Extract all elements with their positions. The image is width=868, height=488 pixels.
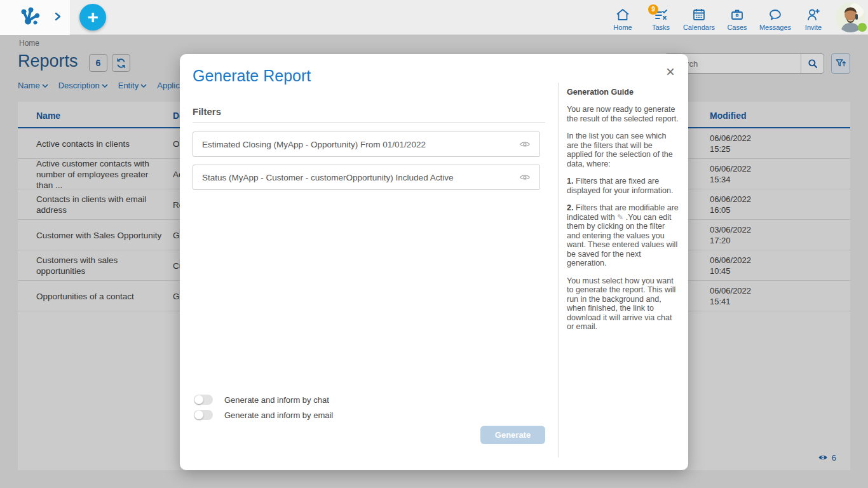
nav-invite[interactable]: Invite	[794, 0, 832, 35]
eye-icon	[519, 139, 531, 150]
app-logo-box	[0, 0, 70, 35]
nav-invite-label: Invite	[805, 24, 822, 31]
guide-paragraph: 1. Filters that are fixed are displayed …	[567, 177, 679, 195]
guide-title: Generation Guide	[567, 88, 679, 97]
guide-paragraph: In the list you can see which are the fi…	[567, 132, 679, 168]
filters-divider	[193, 122, 545, 123]
generate-button[interactable]: Generate	[480, 426, 545, 444]
nav-messages[interactable]: Messages	[756, 0, 794, 35]
email-toggle-label: Generate and inform by email	[224, 410, 333, 420]
eye-icon	[519, 172, 531, 183]
nav-calendars-label: Calendars	[683, 24, 715, 31]
frog-logo-icon[interactable]	[19, 5, 43, 30]
briefcase-icon	[729, 6, 745, 23]
nav-home-label: Home	[613, 24, 632, 31]
filters-heading: Filters	[193, 106, 221, 117]
chat-toggle[interactable]	[194, 395, 213, 405]
modal-title: Generate Report	[193, 67, 311, 85]
chat-toggle-label: Generate and inform by chat	[224, 395, 329, 405]
modal-filter-row[interactable]: Status (MyApp - Customer - customerOppor…	[193, 165, 540, 190]
sidebar-expand-chevron-icon[interactable]	[55, 11, 61, 24]
nav-calendars[interactable]: Calendars	[680, 0, 718, 35]
nav-messages-label: Messages	[759, 24, 791, 31]
nav-home[interactable]: Home	[604, 0, 642, 35]
guide-paragraph: You are now ready to generate the result…	[567, 105, 679, 123]
chat-toggle-row: Generate and inform by chat	[194, 395, 329, 405]
close-icon[interactable]: ×	[663, 64, 678, 79]
email-toggle-row: Generate and inform by email	[194, 410, 333, 420]
topbar: + Home 9 Tasks Calendars Cases	[0, 0, 868, 35]
guide-paragraph: You must select how you want to generate…	[567, 276, 679, 332]
nav-tasks[interactable]: 9 Tasks	[642, 0, 680, 35]
generation-guide-panel: Generation Guide You are now ready to ge…	[558, 83, 688, 458]
top-navigation: Home 9 Tasks Calendars Cases Message	[604, 0, 832, 35]
online-status-dot	[858, 23, 867, 32]
guide-paragraph: 2. Filters that are modifiable are indic…	[567, 203, 679, 268]
generate-report-modal: Generate Report × Filters Estimated Clos…	[180, 54, 688, 470]
tasks-icon: 9	[653, 6, 668, 23]
nav-tasks-label: Tasks	[652, 24, 670, 31]
modal-filter-row[interactable]: Estimated Closing (MyApp - Opportunity) …	[193, 132, 540, 157]
email-toggle[interactable]	[194, 410, 213, 420]
nav-cases-label: Cases	[727, 24, 747, 31]
tasks-badge: 9	[648, 4, 658, 15]
chat-bubble-icon	[768, 6, 783, 23]
nav-cases[interactable]: Cases	[718, 0, 756, 35]
pencil-icon: ✎	[617, 213, 623, 222]
calendar-icon	[691, 6, 707, 23]
add-button[interactable]: +	[79, 4, 106, 30]
home-icon	[615, 6, 630, 23]
invite-person-plus-icon	[806, 6, 821, 23]
